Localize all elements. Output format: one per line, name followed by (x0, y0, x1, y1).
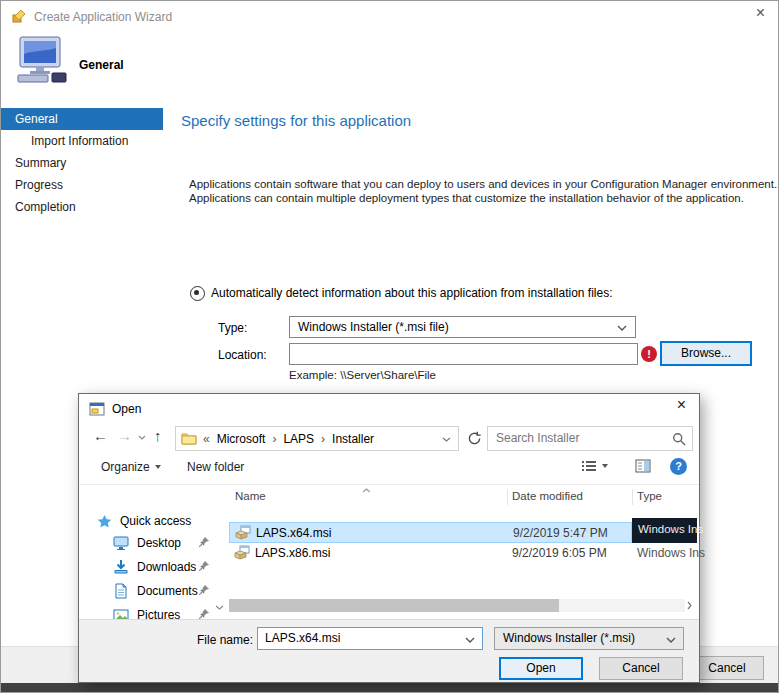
refresh-icon[interactable] (467, 431, 482, 446)
type-cell-dark-panel: Windows Ins (632, 518, 697, 543)
search-box[interactable] (487, 426, 693, 451)
breadcrumb-overflow[interactable]: « (203, 432, 210, 446)
sidebar-item-quick-access[interactable]: Quick access (97, 511, 191, 531)
search-icon (672, 432, 686, 446)
chevron-down-icon[interactable] (465, 637, 475, 643)
pin-icon[interactable] (198, 584, 210, 596)
breadcrumb-item-installer[interactable]: Installer (332, 432, 374, 446)
column-header-date-modified[interactable]: Date modified (512, 490, 583, 502)
forward-icon: → (117, 427, 132, 444)
msi-file-icon (234, 545, 250, 561)
file-type: Windows Ins (637, 546, 705, 560)
file-row-laps-x64[interactable]: LAPS.x64.msi 9/2/2019 5:47 PM (229, 522, 632, 543)
open-dialog-window: Open × ← → ↑ « Microsoft › LAPS › Instal… (78, 393, 700, 683)
column-headers: Name Date modified Type (229, 487, 697, 507)
wizard-close-icon[interactable]: × (756, 5, 765, 21)
breadcrumb-separator: › (321, 432, 325, 446)
wizard-page-title: General (79, 58, 124, 72)
computer-icon (15, 35, 69, 85)
scroll-right-icon[interactable] (687, 601, 692, 610)
wizard-cancel-button[interactable]: Cancel (690, 656, 764, 680)
error-icon: ! (641, 346, 657, 362)
file-date-modified: 9/2/2019 6:05 PM (512, 546, 607, 560)
breadcrumb-item-microsoft[interactable]: Microsoft (217, 432, 266, 446)
organize-label: Organize (101, 460, 150, 474)
organize-menu[interactable]: Organize (101, 460, 161, 474)
open-button[interactable]: Open (499, 657, 583, 680)
breadcrumb-item-laps[interactable]: LAPS (283, 432, 314, 446)
file-row-laps-x86[interactable]: LAPS.x86.msi 9/2/2019 6:05 PM Windows In… (229, 543, 697, 564)
open-dialog-icon (89, 401, 105, 417)
sidebar-item-desktop[interactable]: Desktop (113, 533, 181, 553)
file-name-label: File name: (197, 633, 253, 647)
new-folder-label: New folder (187, 460, 244, 474)
auto-detect-radio[interactable] (190, 286, 205, 301)
dialog-cancel-button[interactable]: Cancel (599, 657, 683, 680)
address-chevron-icon[interactable] (442, 437, 451, 442)
column-header-type[interactable]: Type (637, 490, 662, 502)
description-line-1: Applications contain software that you c… (189, 178, 777, 190)
sort-ascending-icon (362, 488, 371, 493)
pin-icon[interactable] (198, 536, 210, 548)
sidebar-item-progress[interactable]: Progress (1, 174, 163, 196)
documents-icon (113, 583, 129, 599)
browse-button[interactable]: Browse... (660, 341, 752, 366)
file-type-dropdown[interactable]: Windows Installer (*.msi) (494, 627, 684, 650)
file-name-input[interactable] (265, 631, 450, 645)
preview-pane-icon[interactable] (635, 459, 651, 473)
breadcrumb-separator: › (272, 432, 276, 446)
msi-file-icon (235, 525, 251, 541)
pin-icon[interactable] (198, 560, 210, 572)
sidebar-item-summary[interactable]: Summary (1, 152, 163, 174)
location-example-text: Example: \\Server\Share\File (289, 369, 436, 381)
open-dialog-footer: File name: Windows Installer (*.msi) Ope… (79, 619, 699, 682)
toolbar-separator (79, 484, 699, 485)
sidebar-item-documents[interactable]: Documents (113, 581, 198, 601)
desktop-strip (1, 683, 779, 693)
wizard-app-icon (11, 8, 27, 24)
auto-detect-radio-label[interactable]: Automatically detect information about t… (211, 286, 613, 300)
horizontal-scrollbar[interactable] (229, 599, 685, 612)
file-type-value: Windows Installer (*.msi) (503, 631, 635, 645)
open-dialog-title: Open (112, 402, 141, 416)
quick-access-star-icon (97, 514, 112, 529)
wizard-sidebar: General Import Information Summary Progr… (1, 108, 163, 218)
column-header-name[interactable]: Name (235, 490, 266, 502)
new-folder-button[interactable]: New folder (187, 460, 244, 474)
file-date-modified: 9/2/2019 5:47 PM (513, 526, 608, 540)
list-view-icon (581, 459, 597, 473)
sidebar-item-completion[interactable]: Completion (1, 196, 163, 218)
screen: Create Application Wizard × General Gene… (0, 0, 779, 693)
installer-type-value: Windows Installer (*.msi file) (298, 320, 449, 334)
description-line-2: Applications can contain multiple deploy… (189, 192, 744, 204)
desktop-icon (113, 535, 129, 551)
breadcrumb: « Microsoft › LAPS › Installer (203, 427, 374, 450)
change-view-button[interactable] (581, 459, 608, 473)
location-input[interactable] (289, 343, 638, 365)
sidebar-scroll-down-icon[interactable] (215, 605, 224, 610)
type-label: Type: (218, 321, 247, 335)
sidebar-item-downloads[interactable]: Downloads (113, 557, 196, 577)
chevron-down-icon (155, 465, 161, 469)
column-separator[interactable] (632, 489, 633, 505)
chevron-down-icon (666, 637, 676, 643)
search-input[interactable] (496, 431, 664, 445)
sidebar-item-general[interactable]: General (1, 108, 163, 130)
history-chevron-icon[interactable] (138, 435, 146, 440)
column-separator[interactable] (507, 489, 508, 505)
file-name: LAPS.x86.msi (255, 546, 330, 560)
folder-icon (181, 432, 197, 445)
open-dialog-close-icon[interactable]: × (677, 397, 686, 413)
downloads-label: Downloads (137, 560, 196, 574)
address-bar[interactable]: « Microsoft › LAPS › Installer (175, 426, 459, 451)
chevron-down-icon (602, 464, 608, 468)
installer-type-dropdown[interactable]: Windows Installer (*.msi file) (289, 316, 636, 338)
horizontal-scrollbar-thumb[interactable] (229, 599, 559, 612)
back-icon[interactable]: ← (93, 427, 108, 444)
sidebar-item-import-information[interactable]: Import Information (1, 130, 163, 152)
file-name-combobox[interactable] (257, 627, 483, 650)
desktop-label: Desktop (137, 536, 181, 550)
up-icon[interactable]: ↑ (154, 427, 162, 444)
location-label: Location: (218, 348, 267, 362)
help-icon[interactable]: ? (670, 458, 687, 475)
